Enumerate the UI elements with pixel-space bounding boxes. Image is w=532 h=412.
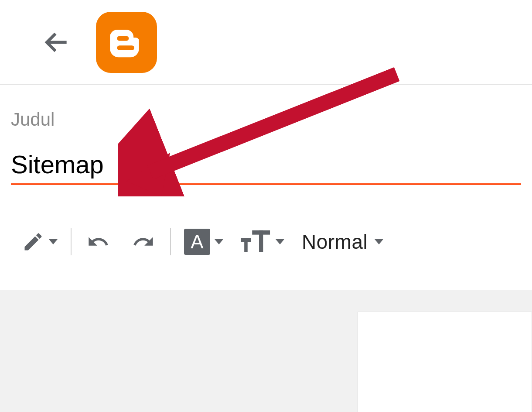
font-group: A Normal xyxy=(180,224,388,259)
edit-mode-group xyxy=(17,224,62,259)
svg-rect-6 xyxy=(259,230,263,252)
caret-down-icon xyxy=(215,239,223,244)
editor-content-area[interactable] xyxy=(0,290,532,412)
font-family-icon: A xyxy=(184,229,210,255)
font-family-button[interactable]: A xyxy=(184,229,223,255)
caret-down-icon xyxy=(276,239,284,244)
title-section: Judul xyxy=(0,85,532,185)
history-group xyxy=(80,224,161,259)
title-label: Judul xyxy=(11,109,521,130)
pencil-icon xyxy=(22,230,44,253)
undo-icon xyxy=(85,230,112,253)
blogger-logo[interactable] xyxy=(96,12,157,73)
caret-down-icon xyxy=(375,239,383,244)
toolbar-divider xyxy=(170,228,171,255)
editor-toolbar: A Normal xyxy=(0,224,532,259)
svg-rect-4 xyxy=(244,238,248,252)
content-panel xyxy=(358,312,532,412)
font-size-button[interactable] xyxy=(241,229,284,255)
redo-button[interactable] xyxy=(130,229,157,255)
undo-button[interactable] xyxy=(85,229,112,255)
back-button[interactable] xyxy=(41,27,72,58)
text-size-icon xyxy=(241,230,271,254)
toolbar-divider xyxy=(71,228,72,255)
caret-down-icon xyxy=(49,239,58,244)
edit-mode-button[interactable] xyxy=(22,229,58,255)
redo-icon xyxy=(130,230,157,253)
top-bar xyxy=(0,0,532,85)
arrow-left-icon xyxy=(42,27,72,57)
svg-rect-1 xyxy=(117,36,129,41)
svg-rect-2 xyxy=(117,45,134,50)
blogger-logo-icon xyxy=(107,23,146,62)
title-input[interactable] xyxy=(11,150,521,185)
paragraph-style-button[interactable]: Normal xyxy=(302,229,383,255)
paragraph-style-label: Normal xyxy=(302,230,368,254)
